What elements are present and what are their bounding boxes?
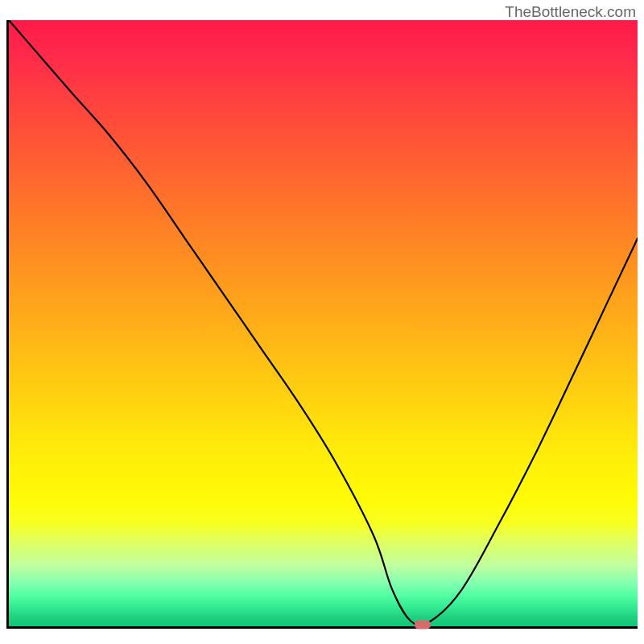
curve-svg: [9, 20, 638, 626]
optimal-point-marker: [415, 621, 431, 630]
chart-plot-area: [6, 20, 638, 629]
watermark-text: TheBottleneck.com: [505, 3, 636, 21]
bottleneck-curve-path: [9, 20, 638, 625]
